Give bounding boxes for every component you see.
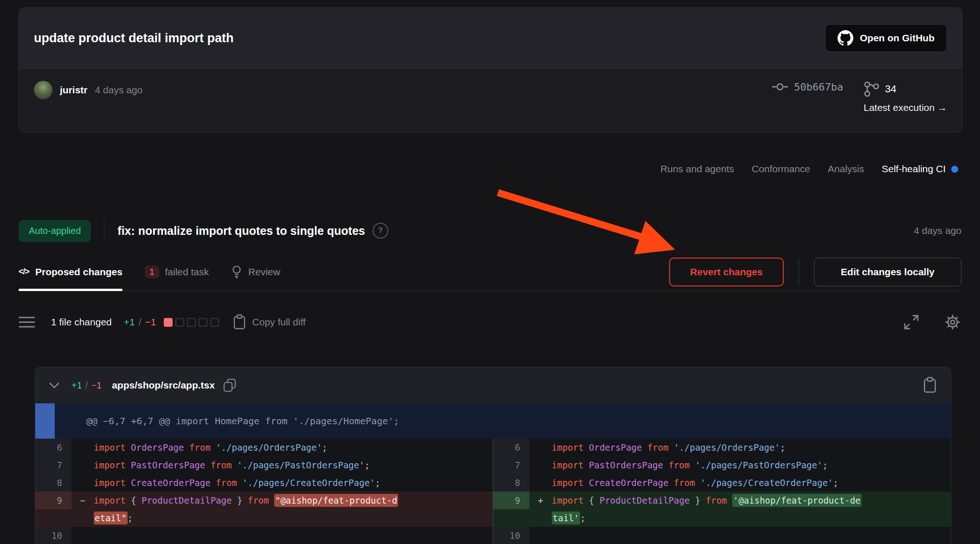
workflow-icon bbox=[864, 81, 879, 97]
hamburger-menu-icon[interactable] bbox=[19, 316, 35, 329]
additions-count: +1 bbox=[124, 317, 135, 328]
diff-ratio-squares bbox=[164, 318, 219, 327]
code-line: import CreateOrderPage from './pages/Cre… bbox=[552, 474, 951, 492]
line-number: 8 bbox=[493, 474, 529, 492]
code-icon: </> bbox=[19, 267, 29, 277]
tab-proposed-changes[interactable]: </> Proposed changes bbox=[19, 253, 122, 291]
commit-hash-group[interactable]: 50b667ba bbox=[772, 81, 843, 93]
code-line: import { ProductDetailPage } from "@aish… bbox=[94, 492, 493, 527]
diff-pane-new: 6import OrdersPage from './pages/OrdersP… bbox=[493, 439, 951, 544]
clipboard-icon bbox=[233, 314, 246, 330]
fullscreen-icon[interactable] bbox=[903, 314, 920, 330]
line-number: 9 bbox=[493, 492, 529, 509]
diff-row: 10 bbox=[35, 527, 493, 544]
tab-proposed-changes-label: Proposed changes bbox=[35, 266, 122, 278]
nav-tab-label: Self-healing CI bbox=[882, 163, 946, 175]
hunk-header: @@ −6,7 +6,7 @@ import HomePage from './… bbox=[35, 403, 951, 439]
diff-row: 7import PastOrdersPage from './pages/Pas… bbox=[493, 456, 951, 474]
hunk-gutter-bar bbox=[35, 403, 55, 439]
file-additions: +1 bbox=[71, 380, 82, 391]
line-number: 6 bbox=[493, 439, 529, 456]
line-number: 7 bbox=[493, 456, 529, 474]
code-line: import CreateOrderPage from './pages/Cre… bbox=[94, 474, 493, 492]
self-healing-ci-page: update product detail import path Open o… bbox=[0, 0, 980, 544]
diff-row: 9−import { ProductDetailPage } from "@ai… bbox=[35, 492, 493, 527]
commit-title: update product detail import path bbox=[34, 31, 234, 45]
file-deletions: −1 bbox=[91, 380, 102, 391]
lightbulb-icon bbox=[231, 265, 242, 279]
line-number: 10 bbox=[35, 527, 71, 544]
toolbar-right bbox=[903, 313, 961, 331]
diff-row: 6import OrdersPage from './pages/OrdersP… bbox=[493, 439, 951, 456]
top-nav-tabs: Runs and agentsConformanceAnalysisSelf-h… bbox=[660, 163, 958, 175]
copy-full-diff-label: Copy full diff bbox=[252, 317, 306, 328]
author-name: juristr bbox=[60, 84, 88, 96]
nav-tab-self-healing-ci[interactable]: Self-healing CI bbox=[882, 163, 958, 175]
notification-dot-icon bbox=[951, 166, 958, 173]
copy-file-diff-icon[interactable] bbox=[923, 377, 937, 394]
code-line bbox=[552, 527, 951, 544]
diff-sign: + bbox=[529, 492, 552, 509]
help-icon[interactable]: ? bbox=[373, 223, 388, 239]
commit-card-body: juristr 4 days ago 50b667ba 34 bbox=[19, 69, 962, 113]
edit-changes-locally-button[interactable]: Edit changes locally bbox=[814, 258, 961, 286]
tab-review[interactable]: Review bbox=[231, 253, 280, 291]
nav-tab-conformance[interactable]: Conformance bbox=[752, 163, 810, 175]
latest-execution-label: Latest execution bbox=[864, 102, 935, 113]
github-icon bbox=[838, 30, 853, 46]
file-diff-stats: +1 / −1 bbox=[71, 380, 102, 391]
diff-row: 8import CreateOrderPage from './pages/Cr… bbox=[35, 474, 493, 492]
nav-tab-label: Conformance bbox=[752, 163, 810, 175]
open-on-github-label: Open on GitHub bbox=[860, 32, 935, 44]
commit-meta: 50b667ba 34 Latest execution → bbox=[772, 81, 947, 113]
code-line bbox=[94, 527, 493, 544]
tab-failed-task-label: failed task bbox=[165, 266, 209, 278]
fix-title: fix: normalize import quotes to single q… bbox=[117, 224, 365, 238]
diff-ratio-square bbox=[175, 318, 184, 327]
diff-panes: 6import OrdersPage from './pages/OrdersP… bbox=[35, 439, 951, 544]
slash: / bbox=[85, 380, 88, 391]
divider bbox=[799, 259, 799, 285]
divider bbox=[104, 218, 104, 243]
nav-tab-runs-and-agents[interactable]: Runs and agents bbox=[660, 163, 734, 175]
diff-stats: +1 / −1 bbox=[124, 317, 156, 328]
avatar bbox=[34, 81, 52, 99]
file-diff-header: +1 / −1 apps/shop/src/app.tsx bbox=[35, 367, 951, 403]
copy-path-icon[interactable] bbox=[223, 378, 236, 392]
file-path: apps/shop/src/app.tsx bbox=[112, 380, 215, 391]
revert-changes-button[interactable]: Revert changes bbox=[669, 258, 784, 286]
tab-failed-task[interactable]: 1 failed task bbox=[145, 253, 209, 291]
file-diff-card: +1 / −1 apps/shop/src/app.tsx @@ −6,7 +6… bbox=[35, 367, 951, 544]
open-on-github-button[interactable]: Open on GitHub bbox=[825, 24, 947, 52]
deletions-count: −1 bbox=[145, 317, 156, 328]
line-number: 7 bbox=[35, 456, 71, 474]
diff-ratio-square bbox=[187, 318, 196, 327]
execution-count-row[interactable]: 34 bbox=[864, 81, 896, 97]
code-line: import OrdersPage from './pages/OrdersPa… bbox=[552, 439, 951, 456]
copy-full-diff-button[interactable]: Copy full diff bbox=[233, 314, 306, 330]
latest-execution-link[interactable]: Latest execution → bbox=[864, 102, 947, 113]
action-buttons: Revert changes Edit changes locally bbox=[669, 258, 961, 286]
nav-tab-label: Analysis bbox=[828, 163, 864, 175]
code-line: import PastOrdersPage from './pages/Past… bbox=[552, 456, 951, 474]
chevron-down-icon[interactable] bbox=[49, 382, 59, 389]
execution-group: 34 Latest execution → bbox=[864, 81, 947, 113]
commit-hash: 50b667ba bbox=[794, 81, 843, 93]
commit-card-header: update product detail import path Open o… bbox=[19, 8, 962, 69]
commit-author: juristr 4 days ago bbox=[34, 81, 142, 99]
code-line: import OrdersPage from './pages/OrdersPa… bbox=[94, 439, 493, 456]
line-number: 6 bbox=[35, 439, 71, 456]
diff-toolbar: 1 file changed +1 / −1 Copy full diff bbox=[19, 302, 961, 343]
diff-row: 9+import { ProductDetailPage } from '@ai… bbox=[493, 492, 951, 527]
diff-ratio-square bbox=[164, 318, 173, 327]
slash: / bbox=[139, 317, 142, 328]
diff-row: 6import OrdersPage from './pages/OrdersP… bbox=[35, 439, 493, 456]
gear-icon[interactable] bbox=[944, 313, 961, 331]
diff-sign: − bbox=[71, 492, 94, 509]
arrow-right-icon: → bbox=[937, 102, 947, 113]
fix-time: 4 days ago bbox=[914, 225, 961, 236]
nav-tab-analysis[interactable]: Analysis bbox=[828, 163, 864, 175]
diff-row: 10 bbox=[493, 527, 951, 544]
nav-tab-label: Runs and agents bbox=[660, 163, 734, 175]
line-number: 10 bbox=[493, 527, 529, 544]
